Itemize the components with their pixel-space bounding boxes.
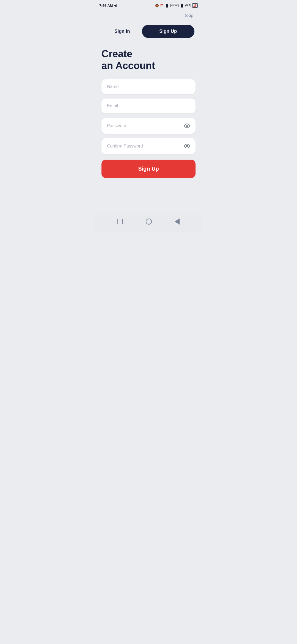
- password-input-wrapper: [101, 118, 196, 134]
- heading-line1: Create: [101, 48, 132, 59]
- skip-row: Skip: [101, 12, 196, 19]
- location-icon: ◀: [114, 4, 116, 7]
- back-icon: [175, 219, 180, 225]
- bottom-nav: [95, 213, 202, 232]
- time-display: 7:56 AM: [99, 4, 113, 8]
- status-time: 7:56 AM ◀: [99, 4, 116, 8]
- tab-switcher: Sign In Sign Up: [101, 24, 196, 39]
- square-icon: [117, 219, 123, 224]
- confirm-password-input[interactable]: [107, 144, 184, 149]
- page-heading: Create an Account: [101, 48, 196, 72]
- volte-icon: VoLTE: [170, 4, 178, 7]
- email-input[interactable]: [107, 103, 190, 108]
- battery-icon: 18: [192, 3, 198, 8]
- circle-icon: [146, 219, 152, 225]
- mute-icon: 🔕: [155, 4, 159, 7]
- signal-icon: ▐▌: [165, 4, 169, 7]
- signup-button[interactable]: Sign Up: [101, 160, 196, 178]
- status-icons: 🔕 ⏰ ▐▌ VoLTE ▐▌ WiFi 18: [155, 3, 198, 8]
- password-toggle-icon[interactable]: [184, 123, 190, 129]
- signup-tab[interactable]: Sign Up: [142, 25, 195, 38]
- alarm-icon: ⏰: [160, 4, 164, 7]
- main-content: Skip Sign In Sign Up Create an Account: [95, 10, 202, 213]
- wifi-icon: WiFi: [185, 4, 191, 7]
- name-input[interactable]: [107, 84, 190, 89]
- heading-line2: an Account: [101, 60, 155, 71]
- status-bar: 7:56 AM ◀ 🔕 ⏰ ▐▌ VoLTE ▐▌ WiFi 18: [95, 0, 202, 10]
- nav-square-button[interactable]: [116, 218, 124, 225]
- signal2-icon: ▐▌: [180, 4, 184, 7]
- nav-home-button[interactable]: [145, 217, 153, 226]
- svg-point-0: [186, 125, 188, 127]
- email-input-wrapper: [101, 99, 196, 113]
- nav-back-button[interactable]: [174, 217, 181, 226]
- svg-point-1: [186, 146, 188, 147]
- confirm-password-toggle-icon[interactable]: [184, 143, 190, 149]
- password-input[interactable]: [107, 123, 184, 128]
- signup-form: Sign Up: [101, 79, 196, 178]
- confirm-password-input-wrapper: [101, 138, 196, 154]
- name-input-wrapper: [101, 79, 196, 94]
- signin-tab[interactable]: Sign In: [103, 25, 142, 38]
- skip-button[interactable]: Skip: [183, 12, 196, 19]
